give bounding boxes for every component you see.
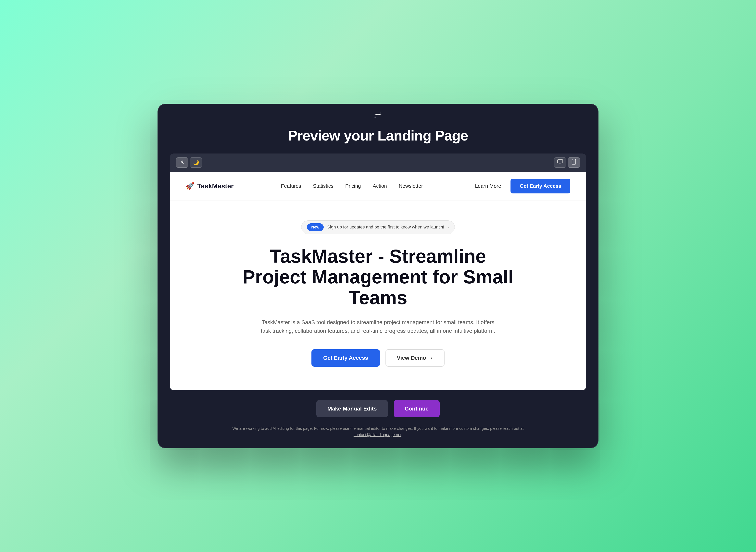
new-badge: New xyxy=(307,223,324,231)
top-bar xyxy=(158,104,598,124)
nav-statistics[interactable]: Statistics xyxy=(313,183,334,189)
sun-icon: ☀ xyxy=(180,159,184,165)
desktop-view-button[interactable] xyxy=(554,157,566,168)
manual-edits-button[interactable]: Make Manual Edits xyxy=(317,400,388,417)
hero-section: New Sign up for updates and be the first… xyxy=(170,201,586,390)
nav-action[interactable]: Action xyxy=(373,183,387,189)
svg-point-2 xyxy=(574,164,574,164)
light-theme-button[interactable]: ☀ xyxy=(176,157,188,168)
announcement-text: Sign up for updates and be the first to … xyxy=(327,225,444,230)
nav-features[interactable]: Features xyxy=(281,183,301,189)
title-section: Preview your Landing Page xyxy=(158,124,598,153)
hero-view-demo-button[interactable]: View Demo → xyxy=(385,349,445,367)
mobile-icon xyxy=(572,159,576,166)
device-toggles xyxy=(554,157,580,168)
bottom-note: We are working to add AI editing for thi… xyxy=(221,425,535,438)
brand: 🚀 TaskMaster xyxy=(185,182,234,190)
moon-icon: 🌙 xyxy=(193,159,199,165)
nav-newsletter[interactable]: Newsletter xyxy=(399,183,423,189)
mobile-view-button[interactable] xyxy=(568,157,580,168)
nav-pricing[interactable]: Pricing xyxy=(345,183,361,189)
theme-bar: ☀ 🌙 xyxy=(170,153,586,172)
theme-toggles: ☀ 🌙 xyxy=(176,157,202,168)
hero-early-access-button[interactable]: Get Early Access xyxy=(311,349,380,367)
rocket-icon: 🚀 xyxy=(185,182,195,190)
nav-ctas: Learn More Get Early Access xyxy=(470,179,571,193)
desktop-icon xyxy=(557,159,563,166)
nav-early-access-button[interactable]: Get Early Access xyxy=(510,179,571,193)
brand-name: TaskMaster xyxy=(197,182,234,190)
main-window: Preview your Landing Page ☀ 🌙 xyxy=(157,104,599,448)
page-title: Preview your Landing Page xyxy=(158,128,598,144)
announcement-bar[interactable]: New Sign up for updates and be the first… xyxy=(301,221,455,234)
contact-email[interactable]: contact@ailandingpage.net xyxy=(354,433,401,437)
hero-buttons: Get Early Access View Demo → xyxy=(194,349,562,367)
hero-description: TaskMaster is a SaaS tool designed to st… xyxy=(260,318,496,336)
continue-button[interactable]: Continue xyxy=(394,400,439,417)
bottom-area: Make Manual Edits Continue We are workin… xyxy=(158,390,598,448)
learn-more-button[interactable]: Learn More xyxy=(470,180,506,192)
svg-rect-0 xyxy=(557,160,563,163)
bottom-actions: Make Manual Edits Continue xyxy=(158,400,598,417)
svg-rect-1 xyxy=(572,159,576,164)
navbar: 🚀 TaskMaster Features Statistics Pricing… xyxy=(170,172,586,201)
hero-title: TaskMaster - Streamline Project Manageme… xyxy=(240,246,516,308)
nav-links: Features Statistics Pricing Action Newsl… xyxy=(281,183,423,189)
sparkle-icon xyxy=(373,110,383,120)
dark-theme-button[interactable]: 🌙 xyxy=(190,157,202,168)
preview-container: ☀ 🌙 xyxy=(170,153,586,390)
landing-preview: 🚀 TaskMaster Features Statistics Pricing… xyxy=(170,172,586,390)
chevron-right-icon: › xyxy=(448,225,449,230)
